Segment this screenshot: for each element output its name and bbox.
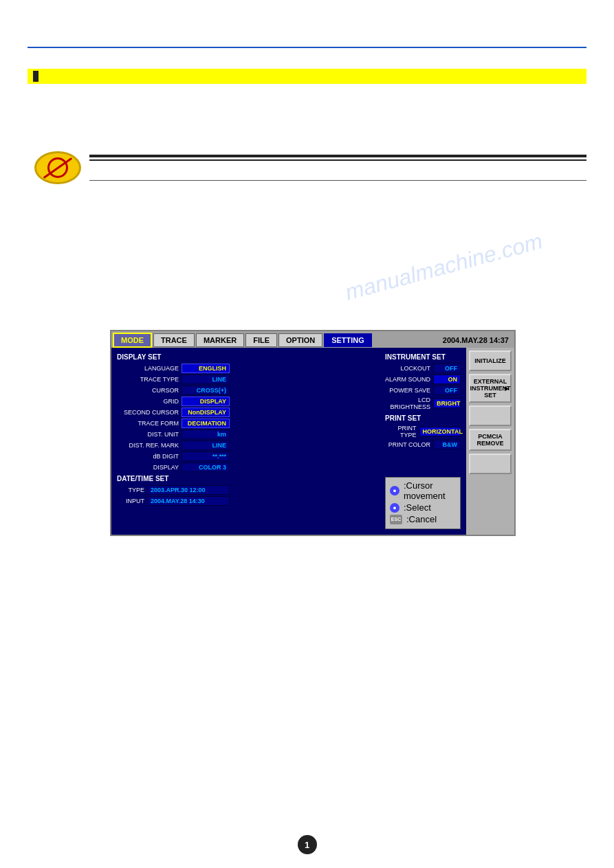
grid-label: GRID: [117, 398, 179, 405]
datetime-section: DATE/TIME SET TYPE 2003.APR.30 12:00 INP…: [117, 475, 381, 506]
dist-unit-label: DIST. UNIT: [117, 431, 179, 438]
yellow-banner: [28, 69, 586, 84]
type-value[interactable]: 2003.APR.30 12:00: [147, 485, 230, 495]
cursor-movement-text: :Cursor movement: [404, 480, 456, 501]
screen-display: DISPLAY SET LANGUAGE ENGLISH TRACE TYPE …: [111, 348, 466, 535]
device-screen: MODE TRACE MARKER FILE OPTION SETTING 20…: [110, 330, 516, 536]
sidebar-empty-1: [469, 405, 512, 426]
lcd-brightness-value[interactable]: BRIGHT: [433, 399, 461, 408]
alarm-sound-value[interactable]: ON: [433, 375, 461, 384]
display-row: DISPLAY COLOR 3: [117, 463, 381, 472]
help-popup: ● :Cursor movement ● :Select ESC :Cancel: [385, 477, 461, 529]
lcd-brightness-label: LCD BRIGHTNESS: [385, 397, 430, 410]
page-number: 1: [298, 835, 317, 854]
cursor-movement-icon: ●: [390, 486, 399, 496]
tab-option[interactable]: OPTION: [278, 333, 322, 347]
warning-icon: [34, 151, 83, 186]
right-panel: INSTRUMENT SET LOCKOUT OFF ALARM SOUND O…: [385, 353, 461, 529]
power-save-label: POWER SAVE: [389, 387, 430, 394]
type-row: TYPE 2003.APR.30 12:00: [117, 485, 381, 495]
instrument-section: INSTRUMENT SET LOCKOUT OFF ALARM SOUND O…: [385, 353, 461, 410]
language-value[interactable]: ENGLISH: [182, 364, 230, 373]
cancel-text: :Cancel: [406, 514, 437, 524]
print-type-label: PRINT TYPE: [385, 425, 417, 438]
display-set-title: DISPLAY SET: [117, 353, 381, 361]
select-text: :Select: [404, 502, 431, 513]
trace-form-value[interactable]: DECIMATION: [182, 419, 230, 428]
db-digit-label: dB DIGIT: [117, 453, 179, 460]
datetime-set-title: DATE/TIME SET: [117, 475, 381, 482]
header-datetime: 2004.MAY.28 14:37: [439, 334, 513, 346]
print-color-value[interactable]: B&W: [433, 440, 461, 449]
external-instrument-set-button[interactable]: EXTERNAL INSTRUMENT SET: [469, 374, 512, 403]
cursor-label: CURSOR: [117, 387, 179, 394]
top-rule: [28, 47, 586, 48]
tab-trace[interactable]: TRACE: [153, 333, 195, 347]
grid-value[interactable]: DISPLAY: [182, 397, 230, 406]
pcmcia-remove-button[interactable]: PCMCIA REMOVE: [469, 429, 512, 451]
trace-form-row: TRACE FORM DECIMATION: [117, 419, 381, 428]
cursor-value[interactable]: CROSS(+): [182, 386, 230, 395]
alarm-sound-row: ALARM SOUND ON: [385, 375, 461, 384]
tab-file[interactable]: FILE: [245, 333, 277, 347]
dist-unit-value[interactable]: km: [182, 430, 230, 439]
power-save-value[interactable]: OFF: [433, 386, 461, 395]
dist-unit-row: DIST. UNIT km: [117, 430, 381, 439]
tab-bar: MODE TRACE MARKER FILE OPTION SETTING 20…: [111, 331, 514, 348]
print-section: PRINT SET PRINT TYPE HORIZONTAL PRINT CO…: [385, 414, 461, 449]
lockout-label: LOCKOUT: [400, 365, 430, 372]
sidebar-empty-2: [469, 454, 512, 474]
screen-body: DISPLAY SET LANGUAGE ENGLISH TRACE TYPE …: [111, 348, 514, 535]
double-rule: [89, 155, 586, 161]
oval-inner: [47, 157, 68, 178]
print-type-row: PRINT TYPE HORIZONTAL: [385, 425, 461, 438]
second-cursor-label: SECOND CURSOR: [117, 409, 179, 416]
lcd-brightness-row: LCD BRIGHTNESS BRIGHT: [385, 397, 461, 410]
alarm-sound-label: ALARM SOUND: [385, 376, 430, 383]
banner-bar: [33, 71, 39, 82]
instrument-set-title: INSTRUMENT SET: [385, 353, 461, 361]
display-value[interactable]: COLOR 3: [182, 463, 230, 472]
second-cursor-value[interactable]: NonDISPLAY: [182, 408, 230, 417]
tab-mode[interactable]: MODE: [113, 333, 152, 348]
tab-marker[interactable]: MARKER: [196, 333, 244, 347]
initialize-button[interactable]: INITIALIZE: [469, 350, 512, 371]
lockout-row: LOCKOUT OFF: [385, 364, 461, 373]
cursor-movement-row: ● :Cursor movement: [390, 480, 456, 501]
cursor-row: CURSOR CROSS(+): [117, 386, 381, 395]
esc-icon: ESC: [390, 515, 402, 524]
print-set-title: PRINT SET: [385, 414, 461, 422]
dist-ref-mark-value[interactable]: LINE: [182, 441, 230, 450]
input-row: INPUT 2004.MAY.28 14:30: [117, 496, 381, 506]
grid-row: GRID DISPLAY: [117, 397, 381, 406]
trace-type-row: TRACE TYPE LINE: [117, 375, 381, 384]
select-icon: ●: [390, 503, 399, 513]
power-save-row: POWER SAVE OFF: [385, 386, 461, 395]
watermark: manualmachine.com: [342, 228, 545, 305]
single-rule: [89, 180, 586, 181]
db-digit-row: dB DIGIT **.***: [117, 452, 381, 461]
dist-ref-mark-label: DIST. REF. MARK: [117, 442, 179, 449]
second-cursor-row: SECOND CURSOR NonDISPLAY: [117, 408, 381, 417]
print-type-value[interactable]: HORIZONTAL: [419, 427, 461, 436]
main-panel: DISPLAY SET LANGUAGE ENGLISH TRACE TYPE …: [117, 353, 381, 529]
tab-setting[interactable]: SETTING: [324, 333, 372, 347]
input-value[interactable]: 2004.MAY.28 14:30: [147, 496, 230, 506]
rule-thick: [89, 155, 586, 157]
print-color-label: PRINT COLOR: [388, 441, 430, 448]
print-color-row: PRINT COLOR B&W: [385, 440, 461, 449]
no-symbol: [34, 151, 81, 184]
trace-type-label: TRACE TYPE: [117, 376, 179, 383]
select-row: ● :Select: [390, 502, 456, 513]
trace-type-value[interactable]: LINE: [182, 375, 230, 384]
input-label: INPUT: [117, 498, 144, 504]
rule-thin: [89, 159, 586, 161]
db-digit-value[interactable]: **.***: [182, 452, 230, 461]
dist-ref-mark-row: DIST. REF. MARK LINE: [117, 441, 381, 450]
sidebar: INITIALIZE EXTERNAL INSTRUMENT SET PCMCI…: [466, 348, 514, 535]
language-row: LANGUAGE ENGLISH: [117, 364, 381, 373]
display-label: DISPLAY: [117, 464, 179, 471]
lockout-value[interactable]: OFF: [433, 364, 461, 373]
language-label: LANGUAGE: [117, 365, 179, 372]
trace-form-label: TRACE FORM: [117, 420, 179, 427]
